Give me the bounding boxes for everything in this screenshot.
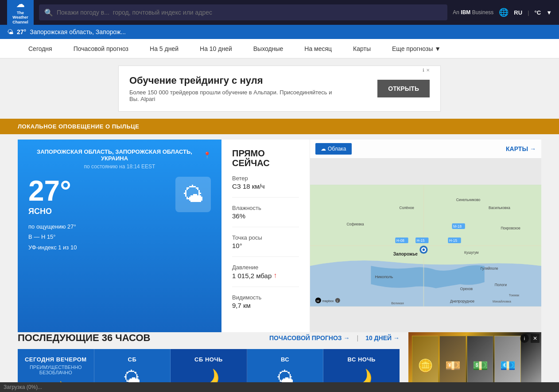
- uv-index: УФ-индекс 1 из 10: [28, 242, 168, 252]
- ad-info-icon[interactable]: ℹ: [423, 68, 424, 73]
- svg-point-25: [423, 248, 425, 251]
- globe-icon: 🌐: [499, 8, 509, 17]
- status-text: Загрузка (0%)...: [4, 384, 42, 390]
- nav-today[interactable]: Сегодня: [18, 39, 63, 58]
- pressure-label: Давление: [232, 264, 299, 271]
- maps-link[interactable]: КАРТЫ →: [506, 145, 536, 152]
- now-sublabel: СЕЙЧАС: [232, 158, 270, 168]
- language-selector[interactable]: RU: [514, 9, 522, 16]
- svg-text:Михайловка: Михайловка: [493, 299, 512, 303]
- map-canvas[interactable]: Синельниково Солёное Васильковка Софиевк…: [310, 159, 541, 332]
- ad-banner: ℹ ✕ Обучение трейдингу с нуля Более 150 …: [118, 66, 441, 112]
- svg-point-29: [335, 298, 340, 303]
- unit-dropdown-icon[interactable]: ▼: [546, 9, 552, 16]
- hourly-forecast-link[interactable]: ПОЧАСОВОЙ ПРОГНОЗ →: [269, 334, 350, 342]
- weather-icon-large: 🌤: [175, 177, 211, 212]
- feels-like: по ощущению 27°: [28, 221, 168, 232]
- svg-text:Софиевка: Софиевка: [346, 222, 364, 226]
- weather-stats: ПРЯМО СЕЙЧАС Ветер СЗ 18 км/ч Влажность …: [221, 140, 310, 332]
- ad-description: Более 150 000 трейдеров прошли обучение …: [129, 89, 342, 102]
- pressure-up-icon: ↑: [273, 272, 277, 279]
- weather-location-title: ЗАПОРОЖСКАЯ ОБЛАСТЬ, ЗАПОРОЖСКАЯ ОБЛАСТЬ…: [28, 148, 211, 162]
- forecast-day-2: СБ НОЧЬ: [174, 356, 243, 363]
- map-header: ☁ Облака КАРТЫ →: [310, 140, 541, 158]
- ad-label: ℹ ✕: [423, 68, 430, 73]
- svg-text:M: M: [317, 299, 319, 303]
- svg-text:Днепрорудное: Днепрорудное: [450, 299, 475, 303]
- forecast-title: ПОСЛЕДУЮЩИЕ 36 ЧАСОВ: [18, 332, 150, 344]
- visibility-label: Видимость: [232, 294, 299, 301]
- nav-10day[interactable]: На 10 дней: [189, 39, 243, 58]
- map-cloud-button[interactable]: ☁ Облака: [315, 143, 352, 155]
- nav-hourly[interactable]: Почасовой прогноз: [63, 39, 139, 58]
- pollen-alert: ЛОКАЛЬНОЕ ОПОВЕЩЕНИЕ О ПЫЛЬЦЕ: [0, 119, 559, 134]
- nav-more[interactable]: Еще прогнозы ▼: [381, 39, 451, 58]
- nav-weekend[interactable]: Выходные: [243, 39, 294, 58]
- logo-icon: ☁: [16, 0, 24, 10]
- maps-link-text: КАРТЫ →: [506, 145, 536, 152]
- logo-line1: The: [17, 11, 24, 16]
- forecast-header: ПОСЛЕДУЮЩИЕ 36 ЧАСОВ ПОЧАСОВОЙ ПРОГНОЗ →…: [18, 332, 400, 344]
- search-input[interactable]: [57, 9, 442, 16]
- big-temperature: 27°: [28, 177, 168, 205]
- now-label: ПРЯМО: [232, 148, 265, 158]
- pollen-alert-text: ЛОКАЛЬНОЕ ОПОВЕЩЕНИЕ О ПЫЛЬЦЕ: [18, 123, 139, 130]
- location-name: Запорожская область, Запорож...: [30, 28, 126, 35]
- visibility-value: 9,7 км: [232, 302, 299, 309]
- location-pin-icon[interactable]: 📍: [203, 151, 211, 159]
- sidebar-ad-close-button[interactable]: ✕: [531, 334, 540, 343]
- forecast-day-1: СБ: [98, 356, 167, 363]
- svg-text:Никополь: Никополь: [375, 275, 393, 279]
- condition-label: ЯСНО: [28, 207, 168, 216]
- logo-line2: Weather: [12, 15, 28, 20]
- svg-text:М-18: М-18: [453, 225, 462, 229]
- forecast-day-4: ВС НОЧЬ: [327, 356, 396, 363]
- dew-point-value: 10°: [232, 242, 299, 249]
- weather-map[interactable]: ☁ Облака КАРТЫ → Синельниково С: [310, 140, 541, 332]
- wind-label: Ветер: [232, 175, 299, 182]
- dew-point-stat: Точка росы 10°: [232, 234, 299, 257]
- ad-close-icon[interactable]: ✕: [426, 68, 430, 73]
- svg-text:Покровское: Покровское: [501, 226, 520, 230]
- search-icon: 🔍: [44, 8, 53, 17]
- forecast-day-3: ВС: [251, 356, 320, 363]
- 10day-link-text: 10 ДНЕЙ →: [365, 334, 400, 342]
- svg-text:Гуляйполе: Гуляйполе: [481, 267, 498, 271]
- ad-open-button[interactable]: ОТКРЫТЬ: [377, 80, 430, 97]
- wind-stat: Ветер СЗ 18 км/ч: [232, 175, 299, 198]
- sidebar-ad-info-icon[interactable]: i: [520, 334, 529, 343]
- header-right: An IBM Business 🌐 RU | °C ▼: [453, 8, 552, 17]
- low-high: В — Н 15°: [28, 232, 168, 242]
- svg-text:Солёное: Солёное: [399, 206, 414, 210]
- ibm-text: An IBM Business: [453, 9, 493, 16]
- status-bar: Загрузка (0%)...: [0, 382, 559, 392]
- current-weather-row: 27° ЯСНО по ощущению 27° В — Н 15° УФ-ин…: [28, 177, 211, 252]
- unit-selector[interactable]: °C: [535, 9, 541, 16]
- logo[interactable]: ☁ The Weather Channel: [7, 0, 34, 25]
- nav-bar: Сегодня Почасовой прогноз На 5 дней На 1…: [0, 39, 559, 58]
- weather-as-of: по состоянию на 18:14 EEST: [28, 163, 211, 170]
- svg-text:Запорожье: Запорожье: [393, 252, 418, 256]
- pressure-stat: Давление 1 015,2 мбар ↑: [232, 264, 299, 287]
- nav-month[interactable]: На месяц: [294, 39, 342, 58]
- pressure-text: 1 015,2 мбар: [232, 272, 272, 279]
- now-title: ПРЯМО СЕЙЧАС: [232, 148, 299, 168]
- svg-text:Кушугум: Кушугум: [464, 251, 479, 255]
- pressure-value: 1 015,2 мбар ↑: [232, 272, 299, 279]
- weather-current: ЗАПОРОЖСКАЯ ОБЛАСТЬ, ЗАПОРОЖСКАЯ ОБЛАСТЬ…: [18, 140, 221, 332]
- 10day-forecast-link[interactable]: 10 ДНЕЙ →: [365, 334, 400, 342]
- search-bar[interactable]: 🔍: [39, 4, 447, 20]
- svg-text:Орехов: Орехов: [460, 287, 473, 291]
- divider: |: [528, 9, 529, 16]
- humidity-stat: Влажность 36%: [232, 205, 299, 227]
- ad-text: Обучение трейдингу с нуля Более 150 000 …: [129, 75, 342, 102]
- svg-text:Великая: Великая: [391, 301, 404, 305]
- temp-section: 27° ЯСНО по ощущению 27° В — Н 15° УФ-ин…: [28, 177, 168, 252]
- svg-text:Васильковка: Васильковка: [489, 206, 510, 210]
- nav-maps[interactable]: Карты: [342, 39, 381, 58]
- humidity-value: 36%: [232, 212, 299, 220]
- forecast-day-0: СЕГОДНЯ ВЕЧЕРОМ: [21, 356, 90, 363]
- svg-text:Токмак: Токмак: [509, 293, 520, 297]
- nav-5day[interactable]: На 5 дней: [139, 39, 189, 58]
- location-bar: 🌤 27° Запорожская область, Запорож...: [0, 25, 559, 39]
